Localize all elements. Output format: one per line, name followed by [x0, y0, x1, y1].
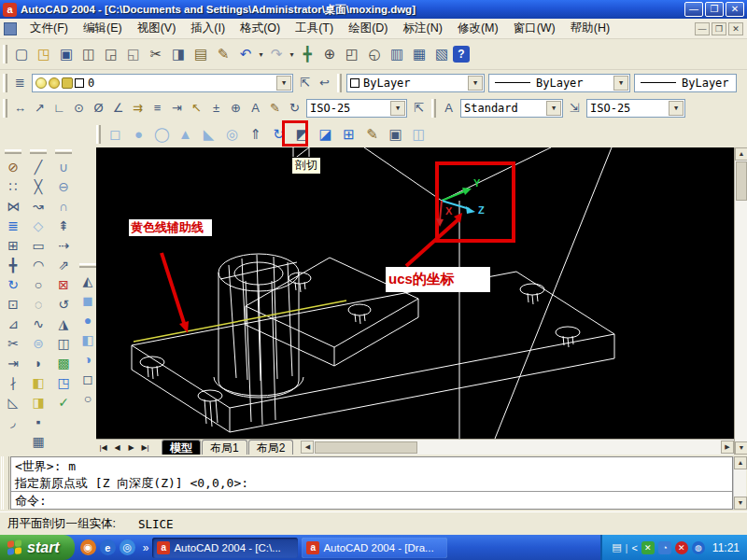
construction-line-icon[interactable]: ╳ — [28, 176, 49, 196]
menu-draw[interactable]: 绘图(D) — [341, 19, 395, 38]
toolbar-grip[interactable] — [55, 149, 72, 154]
text-style-combo[interactable]: Standard ▼ — [460, 99, 563, 118]
color-combo[interactable]: ByLayer ▼ — [346, 74, 485, 92]
menu-format[interactable]: 格式(O) — [233, 19, 288, 38]
toolbar-grip[interactable] — [337, 74, 342, 92]
angular-dimension-icon[interactable]: ∠ — [108, 98, 128, 118]
menu-tools[interactable]: 工具(T) — [288, 19, 341, 38]
extend-icon[interactable]: ⇥ — [3, 353, 23, 372]
vertical-scrollbar[interactable]: ▲ ▼ — [734, 147, 747, 455]
wireframe-3d-icon[interactable]: ○ — [78, 388, 98, 408]
scroll-right-button[interactable]: ▶ — [721, 441, 734, 454]
solids-check-icon[interactable]: ▣ — [384, 122, 407, 146]
chamfer-icon[interactable]: ◺ — [3, 392, 23, 412]
dimension-style-button[interactable]: ⇱ — [409, 98, 429, 118]
scroll-up-button[interactable]: ▲ — [735, 147, 747, 161]
task-button-active[interactable]: a AutoCAD 2004 - [C:\... — [152, 538, 298, 558]
continue-dimension-icon[interactable]: ⇥ — [167, 98, 187, 118]
toolbar-grip[interactable] — [431, 99, 436, 118]
text-style-button[interactable]: A — [439, 98, 458, 118]
polyline-icon[interactable]: ↝ — [28, 196, 49, 216]
vertical-scroll-thumb[interactable] — [736, 161, 747, 201]
paste-icon[interactable]: ▤ — [190, 43, 212, 65]
start-button[interactable]: start — [0, 535, 75, 560]
circle-icon[interactable]: ○ — [28, 274, 49, 294]
array-icon[interactable]: ⊞ — [3, 235, 23, 255]
tab-next-button[interactable]: ▶ — [124, 441, 138, 455]
union-icon[interactable]: ∪ — [53, 157, 74, 176]
toolbar-grip[interactable] — [96, 125, 101, 144]
ellipse-arc-icon[interactable]: ◗ — [28, 353, 49, 372]
make-block-icon[interactable]: ◨ — [28, 392, 49, 412]
menu-edit[interactable]: 编辑(E) — [76, 19, 130, 38]
zoom-realtime-icon[interactable]: ⊕ — [318, 43, 341, 65]
new-icon[interactable]: ▢ — [10, 43, 33, 65]
aligned-dimension-icon[interactable]: ↗ — [30, 98, 49, 118]
wireframe-2d-icon[interactable]: ◻ — [78, 369, 98, 388]
stretch-icon[interactable]: ⊿ — [3, 314, 23, 333]
dim-style2-combo-arrow[interactable]: ▼ — [669, 101, 684, 116]
tray-chevron-icon[interactable]: < — [631, 542, 637, 553]
center-mark-icon[interactable]: ⊕ — [226, 98, 246, 118]
messenger-tray-icon[interactable]: ✕ — [641, 541, 655, 554]
command-scrollbar[interactable]: ▲ ▼ — [733, 456, 746, 510]
clean-icon[interactable]: ✓ — [53, 392, 74, 412]
style-manager-button[interactable]: ⇲ — [565, 98, 585, 118]
task-button-inactive[interactable]: a AutoCAD 2004 - [Dra... — [302, 538, 447, 558]
quick-launch-chevron-icon[interactable]: » — [143, 541, 149, 554]
help-icon[interactable]: ? — [453, 46, 470, 63]
security-alert-tray-icon[interactable]: ✕ — [675, 541, 688, 554]
toolbar-grip[interactable] — [3, 45, 7, 63]
command-scroll-down[interactable]: ▼ — [734, 497, 747, 510]
box-icon[interactable]: ◻ — [104, 122, 127, 146]
linetype-combo-arrow[interactable]: ▼ — [613, 76, 628, 91]
toolbar-grip[interactable] — [3, 74, 7, 92]
extrude-icon[interactable]: ⇑ — [244, 122, 267, 146]
menu-modify[interactable]: 修改(M) — [450, 19, 506, 38]
menu-help[interactable]: 帮助(H) — [563, 19, 617, 38]
close-button[interactable]: ✕ — [726, 2, 744, 17]
toolbar-grip[interactable] — [5, 149, 21, 154]
color-faces-icon[interactable]: ▩ — [53, 353, 74, 372]
tolerance-icon[interactable]: ± — [206, 98, 226, 118]
horizontal-scrollbar[interactable]: ◀ ▶ — [301, 440, 734, 455]
radius-dimension-icon[interactable]: ⊙ — [69, 98, 89, 118]
tab-first-button[interactable]: |◀ — [96, 441, 110, 455]
hide-icon[interactable]: ◭ — [78, 271, 98, 290]
tool-palettes-icon[interactable]: ▧ — [430, 43, 453, 65]
baseline-dimension-icon[interactable]: ≡ — [148, 98, 167, 118]
tab-layout1[interactable]: 布局1 — [202, 440, 247, 455]
intersect-icon[interactable]: ∩ — [53, 196, 74, 216]
linetype-combo[interactable]: ByLayer ▼ — [488, 74, 630, 92]
gouraud-shaded-edges-icon[interactable]: ◑ — [78, 349, 98, 369]
zoom-previous-icon[interactable]: ◵ — [363, 43, 386, 65]
network-tray-icon[interactable]: ◍ — [692, 541, 705, 554]
cone-icon[interactable]: ▲ — [174, 122, 197, 146]
break-icon[interactable]: ∤ — [3, 372, 23, 392]
quick-leader-icon[interactable]: ↖ — [187, 98, 206, 118]
toolbar-grip[interactable] — [3, 99, 7, 118]
torus-icon[interactable]: ◎ — [220, 122, 244, 146]
plot-icon[interactable]: ◫ — [78, 43, 100, 65]
gouraud-shaded-icon[interactable]: ● — [78, 310, 98, 329]
offset-faces-icon[interactable]: ⇗ — [53, 255, 74, 274]
fillet-icon[interactable]: ◞ — [3, 412, 23, 431]
quick-dimension-icon[interactable]: ⇉ — [128, 98, 148, 118]
redo-icon[interactable]: ↷ — [265, 43, 288, 65]
menu-window[interactable]: 窗口(W) — [506, 19, 563, 38]
media-player-quicklaunch-icon[interactable]: ◉ — [80, 539, 96, 555]
drawing-area[interactable]: Y Z X — [96, 147, 734, 439]
tab-prev-button[interactable]: ◀ — [110, 441, 124, 455]
wedge-icon[interactable]: ◣ — [197, 122, 220, 146]
tray-separator[interactable]: | — [626, 542, 628, 553]
dimension-edit-icon[interactable]: ✎ — [265, 98, 285, 118]
plot-preview-icon[interactable]: ◲ — [100, 43, 122, 65]
rotate-faces-icon[interactable]: ↺ — [53, 294, 74, 314]
dimension-update-icon[interactable]: ↻ — [285, 98, 304, 118]
command-scroll-up[interactable]: ▲ — [734, 456, 747, 469]
move-faces-icon[interactable]: ⇢ — [53, 235, 74, 255]
app-tray-icon[interactable]: ◔ — [658, 541, 671, 554]
point-icon[interactable]: ▪ — [28, 412, 49, 431]
undo-icon[interactable]: ↶ — [234, 43, 257, 65]
restore-button[interactable]: ❐ — [705, 2, 724, 17]
